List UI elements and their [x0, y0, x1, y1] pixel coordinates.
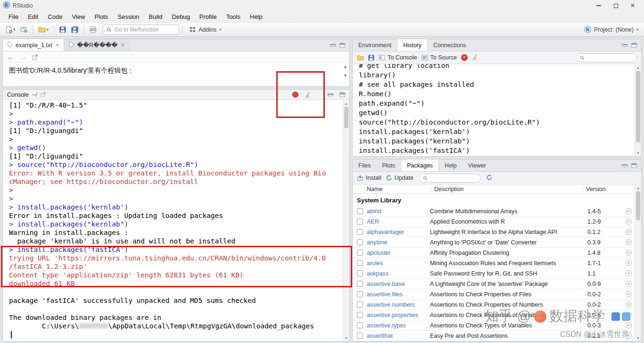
save-button[interactable] — [58, 25, 68, 34]
package-checkbox[interactable] — [357, 301, 363, 308]
tab-close-icon[interactable]: × — [121, 42, 124, 49]
maximize-pane-icon[interactable] — [339, 43, 345, 48]
package-checkbox[interactable] — [357, 239, 363, 245]
menu-session[interactable]: Session — [113, 12, 144, 22]
tab-connections[interactable]: Connections — [428, 39, 472, 51]
scroll-up-icon[interactable]: ▲ — [636, 185, 640, 191]
new-project-button[interactable] — [18, 25, 29, 34]
console-scrollbar[interactable]: ▲ ▼ — [343, 100, 349, 341]
package-checkbox[interactable] — [357, 208, 363, 214]
menu-tools[interactable]: Tools — [222, 12, 245, 22]
history-search-input[interactable] — [587, 54, 633, 61]
column-description[interactable]: Description — [431, 186, 583, 192]
history-scrollbar[interactable]: ▲ ▼ — [635, 65, 641, 156]
to-source-button[interactable]: To Source — [421, 54, 457, 61]
package-checkbox[interactable] — [357, 281, 363, 287]
maximize-pane-icon[interactable] — [631, 163, 637, 168]
scroll-down-icon[interactable]: ▼ — [343, 74, 347, 78]
package-remove-button[interactable]: × — [622, 281, 635, 287]
menu-file[interactable]: File — [4, 12, 23, 22]
package-remove-button[interactable]: × — [622, 208, 635, 214]
forward-arrow-icon[interactable]: → — [20, 54, 26, 60]
minimize-pane-icon[interactable] — [328, 93, 333, 96]
package-remove-button[interactable]: × — [622, 270, 635, 276]
package-checkbox[interactable] — [357, 312, 363, 318]
package-checkbox[interactable] — [357, 250, 363, 256]
package-checkbox[interactable] — [357, 333, 363, 339]
maximize-pane-icon[interactable] — [339, 92, 345, 97]
back-arrow-icon[interactable]: ← — [8, 54, 14, 60]
menu-build[interactable]: Build — [144, 12, 167, 22]
minimize-pane-icon[interactable] — [622, 164, 627, 167]
tab-history[interactable]: History — [397, 39, 428, 51]
menu-edit[interactable]: Edit — [23, 12, 43, 22]
package-checkbox[interactable] — [357, 229, 363, 235]
package-remove-button[interactable]: × — [622, 291, 635, 297]
save-all-button[interactable] — [69, 25, 81, 34]
tab-files[interactable]: Files — [353, 159, 376, 171]
source-editor[interactable]: 图书馆'D:/R/R-4.0.5/library'里有个程辑包： ▲ ▼ — [3, 63, 349, 86]
package-remove-button[interactable]: × — [622, 218, 635, 225]
update-button[interactable]: Update — [386, 175, 413, 181]
scroll-down-icon[interactable]: ▼ — [636, 335, 640, 341]
package-remove-button[interactable]: × — [622, 250, 635, 256]
scrollbar-thumb[interactable] — [344, 107, 348, 128]
menu-plots[interactable]: Plots — [90, 12, 113, 22]
package-name-link[interactable]: assertive.base — [367, 281, 427, 287]
goto-file-search[interactable] — [103, 25, 179, 34]
history-entry[interactable]: install.packages("kernlab") — [359, 136, 633, 146]
close-button[interactable]: × — [624, 0, 641, 11]
package-name-link[interactable]: assertthat — [367, 333, 427, 339]
open-file-button[interactable]: ▾ — [36, 25, 50, 34]
history-entry[interactable]: library() — [359, 70, 633, 80]
package-name-link[interactable]: assertive.numbers — [367, 301, 427, 308]
packages-scrollbar[interactable]: ▲ ▼ — [635, 185, 641, 341]
source-tab[interactable]: ��R����× — [64, 39, 130, 51]
goto-file-input[interactable] — [115, 26, 175, 33]
menu-help[interactable]: Help — [245, 12, 267, 22]
maximize-button[interactable] — [607, 0, 624, 11]
tab-help[interactable]: Help — [439, 159, 462, 171]
history-entry[interactable]: # see all packages installed — [359, 80, 633, 89]
minimize-button[interactable] — [590, 0, 607, 11]
scrollbar-thumb[interactable] — [636, 191, 640, 220]
clear-console-button[interactable] — [305, 92, 311, 98]
column-version[interactable]: Version — [583, 186, 621, 192]
package-name-link[interactable]: abind — [367, 208, 427, 215]
history-entry[interactable]: R.home() — [359, 89, 633, 99]
package-name-link[interactable]: assertive.types — [367, 322, 427, 329]
menu-profile[interactable]: Profile — [195, 12, 222, 22]
project-selector[interactable]: R Project: (None) ▾ — [584, 26, 640, 33]
history-entry[interactable]: getwd() — [359, 108, 633, 117]
history-entry[interactable]: install.packages('fastICA') — [359, 146, 633, 155]
history-entry[interactable]: source("http://bioconductor.org/biocLite… — [359, 117, 633, 127]
console-output[interactable]: [1] "D:/R/R-40~1.5"> > path.expand("~")[… — [3, 100, 349, 341]
scrollbar-thumb[interactable] — [636, 71, 640, 142]
scroll-down-icon[interactable]: ▼ — [636, 150, 640, 156]
print-button[interactable] — [88, 25, 99, 34]
package-name-link[interactable]: alphavantager — [367, 229, 427, 235]
package-name-link[interactable]: arules — [367, 260, 427, 267]
scroll-up-icon[interactable]: ▲ — [636, 65, 640, 71]
tab-packages[interactable]: Packages — [401, 159, 439, 171]
menu-debug[interactable]: Debug — [167, 12, 194, 22]
scroll-down-icon[interactable]: ▼ — [345, 335, 348, 341]
minimize-pane-icon[interactable] — [330, 44, 336, 47]
scroll-up-icon[interactable]: ▲ — [343, 65, 347, 69]
tab-environment[interactable]: Environment — [353, 39, 397, 51]
remove-history-button[interactable]: × — [461, 54, 468, 61]
new-file-button[interactable]: ▾ — [4, 25, 17, 35]
tab-plots[interactable]: Plots — [376, 159, 401, 171]
minimize-pane-icon[interactable] — [622, 44, 627, 47]
save-history-button[interactable] — [368, 55, 374, 61]
history-search[interactable] — [576, 53, 637, 62]
column-name[interactable]: Name — [367, 186, 431, 192]
popout-icon[interactable] — [41, 92, 46, 97]
package-checkbox[interactable] — [357, 270, 363, 276]
maximize-pane-icon[interactable] — [631, 43, 637, 48]
menu-code[interactable]: Code — [43, 12, 67, 22]
tab-close-icon[interactable]: × — [56, 42, 59, 49]
package-remove-button[interactable]: × — [622, 260, 635, 266]
tab-viewer[interactable]: Viewer — [462, 159, 492, 171]
source-tab[interactable]: example_1.txt× — [3, 39, 64, 51]
